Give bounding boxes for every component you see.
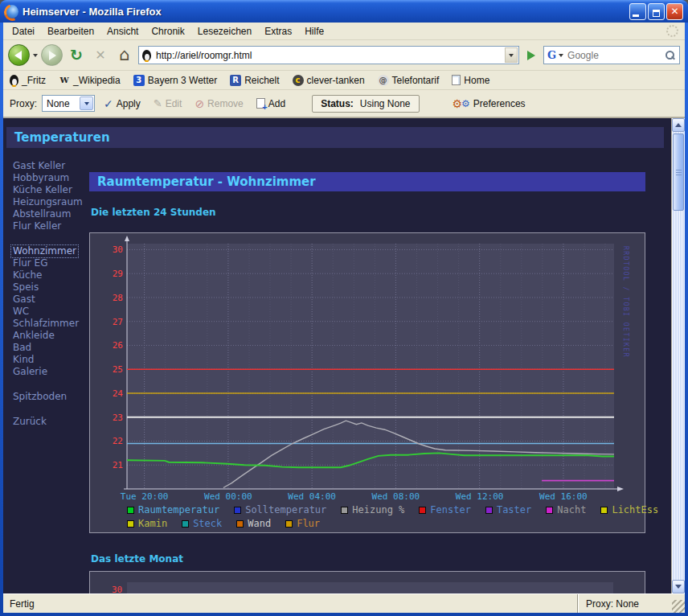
bookmark-fritz[interactable]: _Fritz [10, 75, 46, 86]
search-engine-dropdown-icon[interactable] [559, 54, 563, 57]
proxy-status-text: Proxy: None [577, 594, 672, 613]
bookmark-bayern-3-wetter[interactable]: 3Bayern 3 Wetter [133, 75, 217, 86]
legend-swatch [600, 507, 608, 514]
menu-bearbeiten[interactable]: Bearbeiten [42, 24, 100, 39]
url-dropdown-button[interactable] [505, 47, 518, 63]
minimize-button[interactable] [629, 3, 646, 20]
legend-label: Wand [248, 518, 271, 529]
sidebar-item-k-che[interactable]: Küche [13, 269, 90, 281]
menu-lesezeichen[interactable]: Lesezeichen [192, 24, 257, 39]
legend-label: LichtEss [612, 504, 658, 515]
sidebar-item-ankleide[interactable]: Ankleide [13, 330, 90, 342]
sidebar-item-flur-keller[interactable]: Flur Keller [13, 220, 90, 232]
sidebar-item-heizungsraum[interactable]: Heizungsraum [13, 196, 90, 208]
sidebar-item-speis[interactable]: Speis [13, 281, 90, 294]
reload-icon: ↻ [70, 47, 83, 63]
scrollbar-thumb[interactable] [673, 133, 684, 211]
legend-item-nacht: Nacht [546, 504, 586, 515]
forward-icon [49, 51, 56, 60]
legend-label: Steck [193, 518, 222, 529]
sidebar-item-schlafzimmer[interactable]: Schlafzimmer [13, 318, 90, 330]
close-button[interactable]: ✕ [666, 3, 683, 20]
sidebar-item-zur-ck[interactable]: Zurück [13, 416, 90, 428]
google-engine-icon[interactable]: G [547, 49, 556, 61]
sidebar-item-kind[interactable]: Kind [13, 354, 90, 366]
proxy-select[interactable]: None [42, 95, 95, 112]
sidebar-item-hobbyraum[interactable]: Hobbyraum [13, 172, 90, 184]
svg-text:Wed 12:00: Wed 12:00 [456, 491, 504, 502]
scroll-down-button[interactable] [672, 580, 685, 593]
add-page-icon [256, 98, 265, 109]
bookmark-wikipedia[interactable]: W_Wikipedia [59, 75, 121, 86]
sidebar-item-spitzboden[interactable]: Spitzboden [13, 391, 90, 403]
bookmark-label: _Fritz [22, 75, 46, 86]
menu-ansicht[interactable]: Ansicht [101, 24, 144, 39]
proxy-remove-button[interactable]: ⊘ Remove [190, 98, 247, 109]
search-icon[interactable] [665, 50, 676, 61]
bookmark-reichelt[interactable]: RReichelt [230, 75, 279, 86]
scroll-up-button[interactable] [672, 118, 685, 132]
bookmark-home[interactable]: Home [452, 75, 489, 86]
vertical-scrollbar[interactable] [671, 118, 685, 593]
bookmark-telefontarif[interactable]: @Telefontarif [378, 75, 440, 86]
sidebar-item-flur-eg[interactable]: Flur EG [13, 257, 90, 269]
reload-button[interactable]: ↻ [66, 45, 87, 66]
maximize-button[interactable] [648, 3, 665, 20]
svg-text:27: 27 [113, 317, 123, 327]
page-favicon-icon [452, 75, 461, 85]
legend-label: Heizung % [352, 504, 404, 515]
proxy-edit-button[interactable]: ✎ Edit [149, 98, 186, 109]
sidebar-item-wohnzimmer[interactable]: Wohnzimmer [11, 245, 78, 257]
sidebar-item-bad[interactable]: Bad [13, 342, 90, 354]
go-button[interactable] [522, 46, 540, 65]
legend-item-steck: Steck [182, 518, 222, 529]
sidebar-item-k-che-keller[interactable]: Küche Keller [13, 184, 90, 196]
svg-text:Tue 20:00: Tue 20:00 [121, 491, 169, 502]
legend-item-kamin: Kamin [127, 518, 167, 529]
back-history-dropdown-icon[interactable] [33, 54, 38, 57]
legend-swatch [419, 507, 426, 514]
resize-grip[interactable] [672, 600, 685, 613]
sidebar-item-gast[interactable]: Gast [13, 294, 90, 306]
proxy-add-button[interactable]: Add [252, 98, 289, 109]
legend-swatch [485, 507, 493, 514]
search-input[interactable] [566, 49, 662, 62]
titlebar[interactable]: Heimserver - Mozilla Firefox ✕ [0, 0, 688, 23]
site-favicon-penguin-icon [142, 50, 151, 61]
sidebar-item-abstellraum[interactable]: Abstellraum [13, 208, 90, 220]
remove-label: Remove [207, 98, 244, 109]
home-button[interactable]: ⌂ [114, 45, 135, 66]
menu-extras[interactable]: Extras [259, 24, 297, 39]
proxy-select-dropdown-button[interactable] [80, 97, 93, 110]
menu-hilfe[interactable]: Hilfe [299, 24, 330, 39]
stop-button[interactable]: ✕ [90, 45, 111, 66]
favicon-bayern-3-wetter-icon: 3 [133, 75, 145, 86]
proxy-apply-button[interactable]: ✓ Apply [100, 98, 145, 109]
search-bar[interactable]: G [543, 46, 680, 64]
url-bar[interactable] [138, 46, 519, 64]
svg-text:25: 25 [113, 364, 123, 375]
month-chart-canvas [127, 582, 613, 593]
sidebar-item-galerie[interactable]: Galerie [13, 366, 90, 378]
proxy-preferences-button[interactable]: ⚙ ⚙ Preferences [448, 98, 530, 109]
forward-button[interactable] [41, 44, 63, 66]
sidebar-item-wc[interactable]: WC [13, 306, 90, 318]
go-icon [527, 51, 535, 60]
sidebar-item-gast-keller[interactable]: Gast Keller [13, 160, 90, 172]
legend-label: Solltemperatur [245, 504, 326, 515]
legend-swatch [236, 520, 244, 528]
bookmark-label: Telefontarif [392, 75, 440, 86]
proxy-toolbar: Proxy: None ✓ Apply ✎ Edit ⊘ Remove Add [3, 90, 685, 117]
back-button[interactable] [8, 44, 30, 66]
bookmark-label: clever-tanken [307, 75, 365, 86]
day-chart-box: 21222324252627282930Tue 20:00Wed 00:00We… [89, 232, 645, 533]
menu-datei[interactable]: Datei [6, 24, 40, 39]
edit-pencil-icon: ✎ [154, 98, 162, 109]
svg-text:29: 29 [113, 269, 123, 279]
bookmark-clever-tanken[interactable]: cclever-tanken [293, 75, 365, 86]
url-input[interactable] [154, 49, 502, 62]
legend-item-lichtess: LichtEss [600, 504, 658, 515]
legend-swatch [546, 507, 553, 514]
add-label: Add [268, 98, 285, 109]
menu-chronik[interactable]: Chronik [145, 24, 190, 39]
